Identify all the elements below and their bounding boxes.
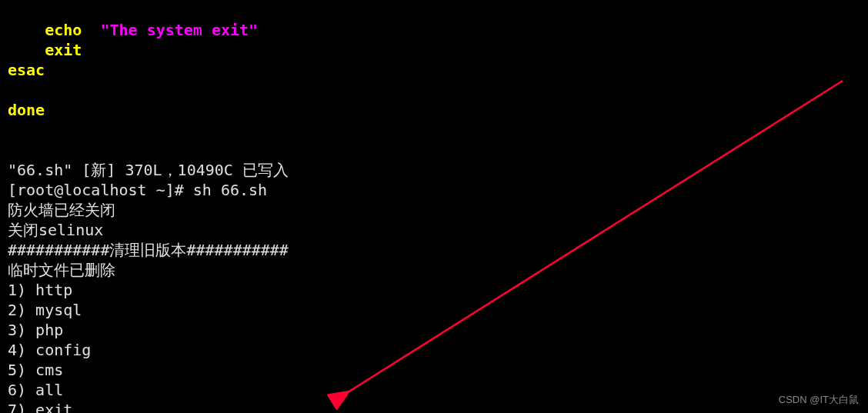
menu-item-6: 6) all	[8, 381, 63, 399]
script-echo-str: "The system exit"	[100, 21, 258, 39]
menu-item-5: 5) cms	[8, 361, 63, 379]
vim-saved-msg: "66.sh" [新] 370L，10490C 已写入	[8, 161, 289, 179]
menu-item-4: 4) config	[8, 341, 91, 359]
output-tmp-deleted: 临时文件已删除	[8, 261, 115, 279]
script-exit: exit	[8, 41, 82, 59]
output-cleanup: ###########清理旧版本###########	[8, 241, 289, 259]
script-esac: esac	[8, 61, 45, 79]
menu-item-7: 7) exit	[8, 401, 72, 413]
shell-prompt-line: [root@localhost ~]# sh 66.sh	[8, 181, 267, 199]
script-echo-kw: echo	[8, 21, 100, 39]
output-selinux: 关闭selinux	[8, 221, 103, 239]
watermark-text: CSDN @IT大白鼠	[779, 394, 859, 407]
menu-item-3: 3) php	[8, 321, 63, 339]
menu-item-1: 1) http	[8, 281, 72, 299]
menu-item-2: 2) mysql	[8, 301, 82, 319]
terminal-output[interactable]: echo "The system exit" exit esac done "6…	[0, 0, 868, 413]
script-done: done	[8, 101, 45, 119]
output-firewall: 防火墙已经关闭	[8, 201, 115, 219]
